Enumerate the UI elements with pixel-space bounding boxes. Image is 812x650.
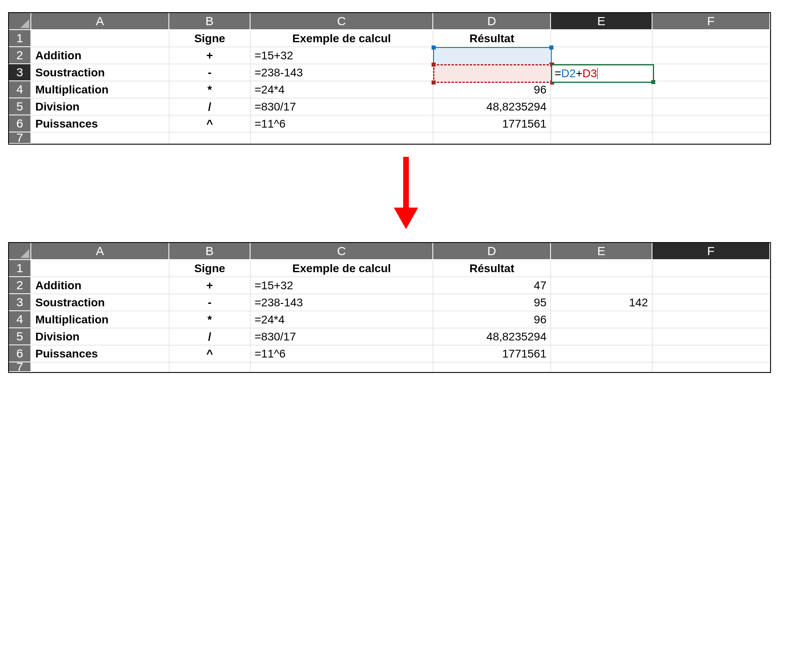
cell-C7[interactable] [251,132,433,144]
cell-E5[interactable] [551,328,652,345]
cell-C6[interactable]: =11^6 [251,345,433,362]
cell-F2[interactable] [652,277,770,294]
cell-D3[interactable]: 95 [433,294,551,311]
cell-F3[interactable] [652,64,770,81]
cell-F1[interactable] [652,30,770,47]
cell-A5[interactable]: Division [31,98,169,115]
col-header-F[interactable]: F [652,243,770,260]
cell-A2[interactable]: Addition [31,47,169,64]
cell-B7[interactable] [169,362,251,372]
cell-B1[interactable]: Signe [169,30,251,47]
cell-A5[interactable]: Division [31,328,169,345]
cell-D5[interactable]: 48,8235294 [433,98,551,115]
cell-C1[interactable]: Exemple de calcul [251,30,433,47]
cell-D4[interactable]: 96 [433,81,551,98]
cell-C5[interactable]: =830/17 [251,98,433,115]
cell-F5[interactable] [652,98,770,115]
cell-B4[interactable]: * [169,311,251,328]
cell-D7[interactable] [433,362,551,372]
cell-E6[interactable] [551,345,652,362]
row-header-2[interactable]: 2 [9,277,31,294]
row-header-7[interactable]: 7 [9,362,31,372]
cell-A7[interactable] [31,362,169,372]
col-header-C[interactable]: C [251,13,433,30]
cell-B3[interactable]: - [169,64,251,81]
cell-E7[interactable] [551,132,652,144]
cell-A6[interactable]: Puissances [31,115,169,132]
select-all-corner[interactable] [9,13,31,30]
col-header-B[interactable]: B [169,243,251,260]
cell-A3[interactable]: Soustraction [31,64,169,81]
cell-E4[interactable] [551,81,652,98]
cell-F6[interactable] [652,115,770,132]
cell-E1[interactable] [551,30,652,47]
cell-F3[interactable] [652,294,770,311]
cell-A7[interactable] [31,132,169,144]
cell-C7[interactable] [251,362,433,372]
col-header-E[interactable]: E [551,13,652,30]
cell-A1[interactable] [31,260,169,277]
col-header-D[interactable]: D [433,13,551,30]
cell-B3[interactable]: - [169,294,251,311]
row-header-4[interactable]: 4 [9,311,31,328]
row-header-1[interactable]: 1 [9,30,31,47]
col-header-D[interactable]: D [433,243,551,260]
cell-D1[interactable]: Résultat [433,260,551,277]
cell-A3[interactable]: Soustraction [31,294,169,311]
cell-F1[interactable] [652,260,770,277]
cell-D7[interactable] [433,132,551,144]
cell-C3[interactable]: =238-143 [251,294,433,311]
cell-F4[interactable] [652,81,770,98]
col-header-A[interactable]: A [31,243,169,260]
cell-A6[interactable]: Puissances [31,345,169,362]
cell-B5[interactable]: / [169,98,251,115]
cell-E4[interactable] [551,311,652,328]
cell-F4[interactable] [652,311,770,328]
cell-B5[interactable]: / [169,328,251,345]
col-header-F[interactable]: F [652,13,770,30]
cell-C2[interactable]: =15+32 [251,277,433,294]
row-header-3[interactable]: 3 [9,294,31,311]
cell-F7[interactable] [652,362,770,372]
cell-B1[interactable]: Signe [169,260,251,277]
cell-A4[interactable]: Multiplication [31,81,169,98]
cell-C4[interactable]: =24*4 [251,81,433,98]
cell-C2[interactable]: =15+32 [251,47,433,64]
row-header-5[interactable]: 5 [9,328,31,345]
cell-E5[interactable] [551,98,652,115]
cell-F2[interactable] [652,47,770,64]
row-header-5[interactable]: 5 [9,98,31,115]
cell-F7[interactable] [652,132,770,144]
cell-D2[interactable]: 47 [433,47,551,64]
cell-D2[interactable]: 47 [433,277,551,294]
cell-B2[interactable]: + [169,47,251,64]
cell-E3[interactable] [551,64,652,81]
cell-B4[interactable]: * [169,81,251,98]
col-header-E[interactable]: E [551,243,652,260]
row-header-4[interactable]: 4 [9,81,31,98]
cell-D4[interactable]: 96 [433,311,551,328]
cell-B6[interactable]: ^ [169,115,251,132]
cell-C3[interactable]: =238-143 [251,64,433,81]
cell-F6[interactable] [652,345,770,362]
cell-E2[interactable] [551,277,652,294]
cell-D6[interactable]: 1771561 [433,115,551,132]
cell-D6[interactable]: 1771561 [433,345,551,362]
cell-C1[interactable]: Exemple de calcul [251,260,433,277]
cell-D3[interactable]: 95 [433,64,551,81]
cell-B6[interactable]: ^ [169,345,251,362]
cell-E1[interactable] [551,260,652,277]
cell-E6[interactable] [551,115,652,132]
row-header-1[interactable]: 1 [9,260,31,277]
cell-A4[interactable]: Multiplication [31,311,169,328]
cell-C6[interactable]: =11^6 [251,115,433,132]
col-header-B[interactable]: B [169,13,251,30]
cell-A2[interactable]: Addition [31,277,169,294]
row-header-6[interactable]: 6 [9,115,31,132]
select-all-corner[interactable] [9,243,31,260]
row-header-7[interactable]: 7 [9,132,31,144]
cell-E3[interactable]: 142 [551,294,652,311]
cell-D1[interactable]: Résultat [433,30,551,47]
cell-C5[interactable]: =830/17 [251,328,433,345]
row-header-2[interactable]: 2 [9,47,31,64]
